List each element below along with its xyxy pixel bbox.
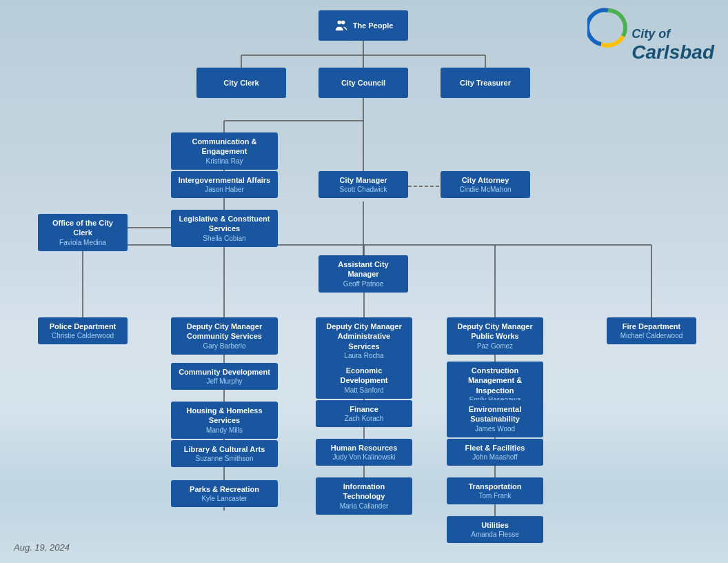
box-econ-dev: Economic Development Matt Sanford	[316, 362, 412, 399]
box-city-council: City Council	[318, 68, 408, 98]
box-dep-community: Deputy City Manager Community Services G…	[171, 317, 278, 355]
box-transport: Transportation Tom Frank	[447, 477, 543, 504]
box-fire: Fire Department Michael Calderwood	[607, 317, 696, 344]
box-city-mgr: City Manager Scott Chadwick	[318, 171, 408, 198]
box-library: Library & Cultural Arts Suzanne Smithson	[171, 440, 278, 467]
box-hr: Human Resources Judy Von Kalinowski	[316, 439, 412, 466]
box-asst-mgr: Assistant City Manager Geoff Patnoe	[318, 255, 408, 293]
people-icon	[334, 18, 349, 33]
logo-carlsbad: Carlsbad	[631, 41, 714, 63]
box-parks: Parks & Recreation Kyle Lancaster	[171, 480, 278, 507]
box-legislative: Legislative & Constituent Services Sheil…	[171, 210, 278, 247]
box-office-clerk: Office of the City Clerk Faviola Medina	[38, 214, 128, 251]
box-env-sustain: Environmental Sustainability James Wood	[447, 400, 543, 437]
box-utilities: Utilities Amanda Flesse	[447, 516, 543, 543]
box-dep-admin: Deputy City Manager Administrative Servi…	[316, 317, 412, 364]
box-dep-public: Deputy City Manager Public Works Paz Gom…	[447, 317, 543, 355]
logo-icon	[587, 7, 629, 48]
box-fleet: Fleet & Facilities John Maashoff	[447, 439, 543, 466]
box-community-dev: Community Development Jeff Murphy	[171, 363, 278, 390]
svg-point-41	[341, 21, 345, 25]
box-intergovt: Intergovernmental Affairs Jason Haber	[171, 171, 278, 198]
box-people: The People	[318, 10, 408, 41]
date-label: Aug. 19, 2024	[14, 542, 70, 553]
box-comm-engagement: Communication & Engagement Kristina Ray	[171, 132, 278, 170]
box-finance: Finance Zach Korach	[316, 400, 412, 427]
box-it: Information Technology Maria Callander	[316, 477, 412, 515]
box-city-treasurer: City Treasurer	[441, 68, 530, 98]
box-city-clerk: City Clerk	[196, 68, 286, 98]
logo-city-of: City of	[631, 27, 714, 41]
org-chart: City of Carlsbad	[0, 0, 728, 563]
box-housing: Housing & Homeless Services Mandy Mills	[171, 402, 278, 439]
box-city-atty: City Attorney Cindie McMahon	[441, 171, 530, 198]
logo: City of Carlsbad	[587, 7, 714, 63]
logo-text: City of Carlsbad	[631, 27, 714, 63]
box-police: Police Department Christie Calderwood	[38, 317, 128, 344]
svg-point-40	[337, 21, 341, 25]
